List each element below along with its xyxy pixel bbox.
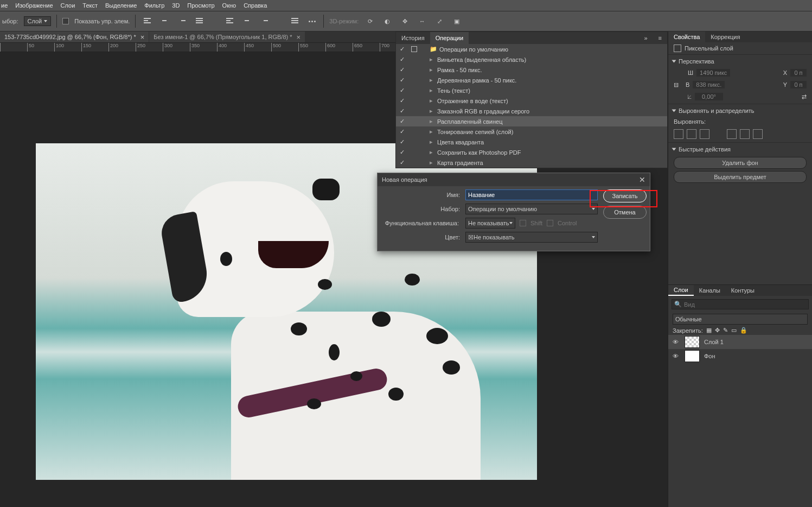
align-bottom-button[interactable] — [753, 129, 763, 139]
chevron-right-icon[interactable]: ▸ — [430, 66, 437, 73]
x-value[interactable]: 0 п — [790, 69, 807, 77]
chevron-right-icon[interactable]: ▸ — [430, 138, 437, 145]
chevron-right-icon[interactable]: ▸ — [430, 149, 437, 156]
lock-pixels-icon[interactable]: ▦ — [706, 327, 712, 334]
action-row[interactable]: ✓▸Расплавленный свинец — [396, 116, 667, 126]
menu-item[interactable]: ие — [1, 2, 8, 9]
record-button[interactable]: Записать — [603, 189, 647, 202]
align-top-icon[interactable] — [223, 15, 235, 27]
properties-tab[interactable]: Свойства — [668, 31, 705, 42]
width-value[interactable]: 1490 пикс — [696, 69, 730, 77]
menu-layers[interactable]: Слои — [61, 2, 75, 9]
corrections-tab[interactable]: Коррекция — [705, 31, 745, 42]
action-row[interactable]: ✓▸Сохранить как Photoshop PDF — [396, 147, 667, 157]
shift-checkbox[interactable] — [520, 220, 526, 226]
chevron-right-icon[interactable]: ▸ — [430, 128, 437, 135]
toggle-icon[interactable]: ✓ — [396, 46, 408, 53]
y-value[interactable]: 0 п — [790, 81, 807, 88]
action-row[interactable]: ✓▸Виньетка (выделенная область) — [396, 54, 667, 65]
remove-bg-button[interactable]: Удалить фон — [674, 157, 807, 169]
toggle-icon[interactable]: ✓ — [396, 128, 408, 135]
align-top-button[interactable] — [727, 129, 737, 139]
align-left-icon[interactable] — [141, 15, 153, 27]
layer-item[interactable]: 👁 Слой 1 — [668, 335, 812, 349]
align-hcenter-icon[interactable] — [158, 15, 170, 27]
func-key-select[interactable]: Не показывать — [465, 218, 515, 229]
panel-collapse-icon[interactable]: » — [638, 32, 653, 44]
align-right-icon[interactable] — [176, 15, 188, 27]
toggle-icon[interactable]: ✓ — [396, 66, 408, 73]
menu-select[interactable]: Выделение — [105, 2, 137, 9]
action-row[interactable]: ✓▸Рамка - 50 пикс. — [396, 65, 667, 75]
align-justify-icon[interactable] — [193, 15, 205, 27]
menu-help[interactable]: Справка — [244, 2, 267, 9]
action-row[interactable]: ✓▸Тень (текст) — [396, 85, 667, 96]
3d-roll-icon[interactable]: ◐ — [381, 15, 393, 27]
align-left-button[interactable] — [674, 129, 683, 139]
toggle-icon[interactable]: ✓ — [396, 56, 408, 63]
action-row[interactable]: ✓▸Отражение в воде (текст) — [396, 96, 667, 106]
menu-filter[interactable]: Фильтр — [144, 2, 164, 9]
toggle-icon[interactable]: ✓ — [396, 149, 408, 156]
close-icon[interactable]: ✕ — [639, 175, 645, 184]
action-row[interactable]: ✓📁Операции по умолчанию — [396, 44, 667, 54]
chevron-right-icon[interactable]: ▸ — [430, 118, 437, 125]
toggle-icon[interactable]: ✓ — [396, 159, 408, 166]
menu-view[interactable]: Просмотр — [187, 2, 214, 9]
close-icon[interactable]: × — [297, 33, 301, 41]
align-bottom-icon[interactable] — [258, 15, 270, 27]
3d-slide-icon[interactable]: ↔ — [416, 15, 428, 27]
action-row[interactable]: ✓▸Деревянная рамка - 50 пикс. — [396, 75, 667, 85]
set-select[interactable]: Операции по умолчанию — [465, 204, 598, 214]
actions-tab[interactable]: Операции — [430, 32, 469, 44]
show-controls-checkbox[interactable] — [62, 18, 69, 24]
blend-mode-select[interactable]: Обычные — [673, 314, 808, 325]
actions-list[interactable]: ✓📁Операции по умолчанию✓▸Виньетка (выдел… — [396, 44, 667, 168]
layers-tab[interactable]: Слои — [668, 285, 694, 296]
visibility-icon[interactable]: 👁 — [673, 353, 680, 359]
action-row[interactable]: ✓▸Тонирование сепией (слой) — [396, 126, 667, 137]
link-icon[interactable]: ⊟ — [674, 81, 676, 88]
menu-text[interactable]: Текст — [82, 2, 98, 9]
doc-tab-active[interactable]: 153-7735cd049992.jpg @ 66,7% (Фон, RGB/8… — [0, 31, 149, 42]
layer-name[interactable]: Фон — [704, 353, 715, 359]
menu-image[interactable]: Изображение — [15, 2, 53, 9]
panel-menu-icon[interactable]: ≡ — [653, 32, 667, 44]
toggle-icon[interactable]: ✓ — [396, 97, 408, 104]
cancel-button[interactable]: Отмена — [603, 206, 647, 219]
menu-3d[interactable]: 3D — [172, 2, 180, 9]
control-checkbox[interactable] — [547, 220, 553, 226]
action-name-input[interactable] — [465, 189, 598, 200]
align-hcenter-button[interactable] — [687, 129, 696, 139]
layer-item[interactable]: 👁 Фон — [668, 349, 812, 363]
chevron-right-icon[interactable]: ▸ — [430, 87, 437, 94]
layer-search[interactable]: 🔍 — [672, 299, 809, 309]
paths-tab[interactable]: Контуры — [726, 285, 760, 296]
chevron-right-icon[interactable]: ▸ — [430, 77, 437, 84]
menu-window[interactable]: Окно — [222, 2, 236, 9]
lock-artboard-icon[interactable]: ▭ — [731, 327, 737, 334]
toggle-icon[interactable]: ✓ — [396, 107, 408, 115]
3d-camera-icon[interactable]: ▣ — [451, 15, 463, 27]
history-tab[interactable]: История — [396, 32, 430, 44]
chevron-right-icon[interactable]: ▸ — [430, 97, 437, 104]
toggle-icon[interactable]: ✓ — [396, 87, 408, 94]
flip-h-icon[interactable]: ⇄ — [802, 93, 807, 100]
chevron-right-icon[interactable]: ▸ — [430, 159, 437, 166]
height-value[interactable]: 838 пикс. — [693, 81, 725, 88]
action-row[interactable]: ✓▸Заказной RGB в градации серого — [396, 106, 667, 116]
select-subject-button[interactable]: Выделить предмет — [674, 171, 807, 183]
3d-scale-icon[interactable]: ⤢ — [433, 15, 445, 27]
more-icon[interactable] — [306, 15, 318, 27]
action-row[interactable]: ✓▸Цвета квадранта — [396, 137, 667, 147]
3d-orbit-icon[interactable]: ⟳ — [364, 15, 376, 27]
angle-value[interactable]: 0,00° — [695, 93, 723, 100]
level-select[interactable]: Слой — [24, 16, 52, 26]
chevron-right-icon[interactable]: ▸ — [430, 107, 437, 115]
layer-name[interactable]: Слой 1 — [704, 339, 724, 345]
toggle-icon[interactable]: ✓ — [396, 118, 408, 125]
layer-filter-input[interactable] — [684, 301, 806, 308]
align-vcenter-icon[interactable] — [241, 15, 253, 27]
align-section[interactable]: Выровнять и распределить — [668, 105, 812, 116]
lock-position-icon[interactable]: ✥ — [715, 327, 720, 334]
